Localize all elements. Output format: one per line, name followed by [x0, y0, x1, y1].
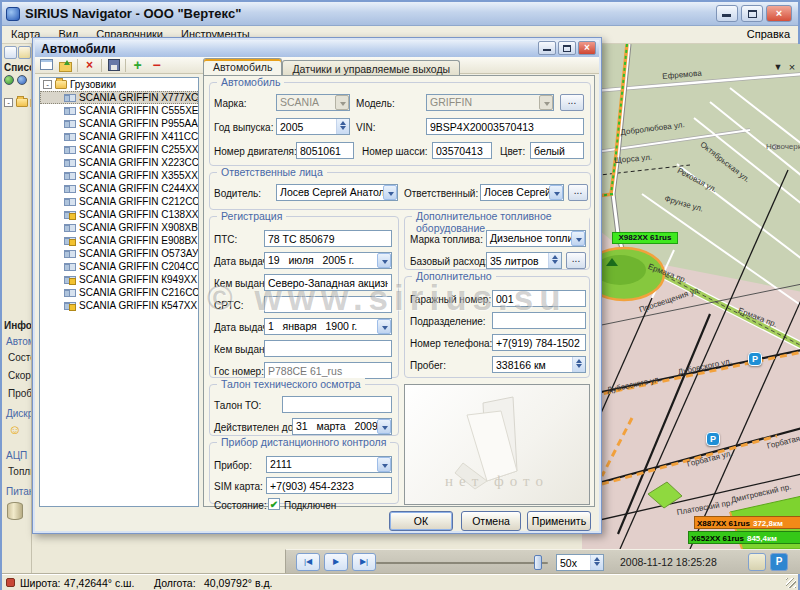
delete-icon[interactable]: × [82, 59, 97, 72]
restore-button[interactable] [741, 5, 763, 22]
cancel-button[interactable]: Отмена [461, 511, 521, 531]
tree-item[interactable]: SCANIA GRIFFIN Х411СС 61rus [40, 130, 198, 143]
remove-icon[interactable]: − [149, 59, 164, 72]
minimize-button[interactable] [716, 5, 738, 22]
truck-icon [64, 185, 76, 193]
phone-input[interactable] [492, 334, 586, 351]
tree-item[interactable]: SCANIA GRIFFIN Х777ХС 61rus [40, 91, 198, 104]
dialog-close-button[interactable]: × [578, 41, 596, 55]
tree-item-label: SCANIA GRIFFIN Х355ХХ 61rus [79, 170, 199, 181]
layers-button[interactable] [748, 553, 766, 571]
parking-toggle-button[interactable]: P [770, 553, 788, 571]
color-input[interactable] [530, 142, 584, 159]
mileage-spin-buttons[interactable] [572, 357, 585, 372]
issue-date-picker[interactable]: 19 июля 2005 г. [264, 252, 392, 269]
ok-button[interactable]: ОК [389, 511, 453, 531]
save-icon[interactable] [106, 59, 121, 72]
vin-input[interactable] [426, 118, 584, 135]
new-card-icon[interactable] [39, 59, 54, 72]
persons-more-button[interactable]: ... [568, 184, 588, 201]
parking-marker[interactable]: P [706, 432, 720, 446]
apply-button[interactable]: Применить [527, 511, 591, 531]
parking-marker[interactable]: P [748, 352, 762, 366]
track-plate: Х652ХХ 61rus [691, 534, 744, 543]
engine-input[interactable] [296, 142, 354, 159]
tree-expand-box[interactable]: - [43, 80, 52, 89]
tree-item[interactable]: SCANIA GRIFFIN Х355ХХ 61rus [40, 169, 198, 182]
tab-vehicle[interactable]: Автомобиль [203, 58, 282, 75]
tree-item[interactable]: SCANIA GRIFFIN С244ХХ 61rus [40, 182, 198, 195]
chassis-input[interactable] [432, 142, 492, 159]
tree-item[interactable]: SCANIA GRIFFIN Х223СС 61rus [40, 156, 198, 169]
issued-by-input[interactable] [264, 274, 392, 291]
issued-by2-input[interactable] [264, 340, 392, 357]
import-icon[interactable] [58, 59, 73, 72]
track-label-green[interactable]: Х652ХХ 61rus845,4км [688, 531, 800, 544]
tab-sensors[interactable]: Датчики и управляемые выходы [282, 60, 460, 75]
srts-input[interactable] [264, 296, 392, 313]
tree-item-label: SCANIA GRIFFIN С555ХЕ 61rus [79, 105, 199, 116]
skip-start-button[interactable]: |◀ [296, 553, 320, 571]
status-bar: Широта: 47,42644° с.ш. Долгота: 40,09792… [2, 574, 798, 590]
truck-icon [64, 94, 76, 102]
speed-spin-buttons[interactable] [590, 555, 603, 570]
map-collapse-button[interactable]: ▼ [772, 62, 784, 72]
pts-input[interactable] [264, 230, 392, 247]
tree-item[interactable]: SCANIA GRIFFIN С212СС 61rus [40, 195, 198, 208]
tree-item[interactable]: SCANIA GRIFFIN С216СС 61rus [40, 286, 198, 299]
play-button[interactable]: ▶ [324, 553, 348, 571]
add-icon[interactable]: + [130, 59, 145, 72]
garage-input[interactable] [492, 290, 586, 307]
skip-end-button[interactable]: ▶| [352, 553, 376, 571]
panel-gap [32, 534, 582, 550]
division-input[interactable] [492, 312, 586, 329]
plate-input[interactable] [264, 362, 392, 379]
vehicle-map-label[interactable]: Х982ХХ 61rus [612, 232, 678, 244]
fuel-more-button[interactable]: ... [566, 252, 586, 269]
valid-until-picker[interactable]: 31 марта 2009 г. [292, 418, 392, 435]
tree-root-row[interactable]: - Грузовики [40, 78, 198, 91]
fuel-type-combo[interactable]: Дизельное топливо [486, 230, 586, 247]
info-fuel-label: Топливо [8, 466, 32, 477]
tree-item[interactable]: SCANIA GRIFFIN С138ХХ 161rus [40, 208, 198, 221]
dialog-maximize-button[interactable] [558, 41, 576, 55]
timeline-slider-thumb[interactable] [534, 555, 542, 570]
year-spin-buttons[interactable] [336, 119, 349, 134]
map-view[interactable]: Ефремова Добролюбова ул. Щорса ул. Октяб… [582, 44, 800, 549]
sim-input[interactable] [266, 477, 392, 494]
tree-item[interactable]: SCANIA GRIFFIN Х908ХВ 61rus [40, 221, 198, 234]
tree-item[interactable]: SCANIA GRIFFIN Р955АА 61rus [40, 117, 198, 130]
timeline-slider-track[interactable] [376, 562, 548, 564]
track-label-orange[interactable]: Х887ХХ 61rus372,8км [694, 516, 800, 529]
speed-spinner[interactable] [556, 554, 604, 571]
responsible-combo[interactable]: Лосев Сергей Анатоль [480, 184, 564, 201]
tree-item[interactable]: SCANIA GRIFFIN К949ХХ 161rus [40, 273, 198, 286]
tree-item[interactable]: SCANIA GRIFFIN С204СС 61rus [40, 260, 198, 273]
tree-item[interactable]: SCANIA GRIFFIN О573АУ 61rus [40, 247, 198, 260]
photo-box[interactable]: нет фото [404, 384, 590, 505]
pan-tool-button[interactable] [4, 46, 17, 59]
zoom-tool-button[interactable] [18, 46, 31, 59]
globe-green-icon[interactable] [4, 75, 14, 85]
map-close-button[interactable]: × [786, 61, 798, 73]
info-mileage-label: Пробег [8, 388, 32, 399]
close-button[interactable]: × [766, 5, 792, 22]
model-more-button[interactable]: ... [560, 94, 584, 111]
dialog-minimize-button[interactable] [538, 41, 556, 55]
make-combo: SCANIA [276, 94, 350, 111]
ticket-input[interactable] [282, 396, 392, 413]
tree-item[interactable]: SCANIA GRIFFIN Е908ВХ 161rus [40, 234, 198, 247]
driver-combo[interactable]: Лосев Сергей Анатоль [276, 184, 398, 201]
connected-checkbox[interactable]: ✔ [268, 498, 280, 510]
resize-grip[interactable] [786, 578, 796, 588]
tree-item[interactable]: SCANIA GRIFFIN С255ХХ 61rus [40, 143, 198, 156]
tree-item[interactable]: SCANIA GRIFFIN К547ХХ 161rus [40, 299, 198, 312]
vehicle-tree[interactable]: - Грузовики SCANIA GRIFFIN Х777ХС 61rus … [39, 77, 199, 507]
globe-blue-icon[interactable] [17, 75, 27, 85]
base-rate-spin-buttons[interactable] [548, 253, 561, 268]
tree-item[interactable]: SCANIA GRIFFIN С555ХЕ 61rus [40, 104, 198, 117]
issue-date2-picker[interactable]: 1 января 1900 г. [264, 318, 392, 335]
menu-help[interactable]: Справка [747, 28, 790, 40]
tree-expand-box[interactable]: - [4, 98, 13, 107]
device-combo[interactable]: 2111 [266, 456, 392, 473]
